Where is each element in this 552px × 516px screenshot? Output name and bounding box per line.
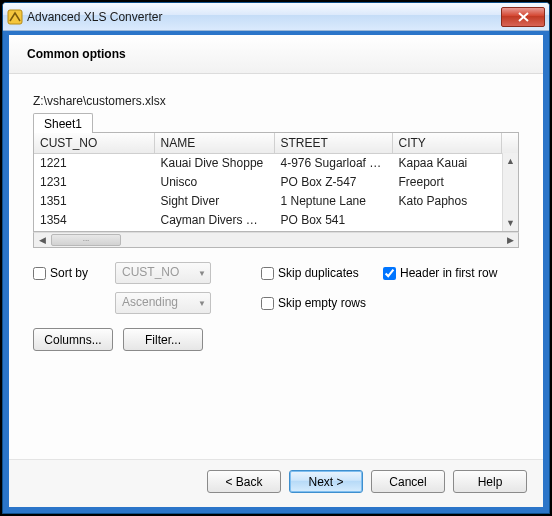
table-row[interactable]: 1351 Sight Diver 1 Neptune Lane Kato Pap… bbox=[34, 192, 518, 211]
column-header[interactable]: CUST_NO bbox=[34, 133, 154, 154]
cell: PO Box Z-547 bbox=[274, 173, 392, 192]
cell: Unisco bbox=[154, 173, 274, 192]
cell: Cayman Divers Worl... bbox=[154, 211, 274, 230]
cell: 1221 bbox=[34, 154, 154, 173]
cell: Kato Paphos bbox=[392, 192, 502, 211]
skip-duplicates-checkbox[interactable]: Skip duplicates bbox=[261, 266, 373, 280]
scroll-down-icon[interactable]: ▼ bbox=[504, 215, 518, 231]
sort-by-checkbox[interactable]: Sort by bbox=[33, 266, 105, 280]
cell: Kapaa Kauai bbox=[392, 154, 502, 173]
cell: 1354 bbox=[34, 211, 154, 230]
dialog-button-bar: < Back Next > Cancel Help bbox=[9, 459, 543, 507]
filter-button[interactable]: Filter... bbox=[123, 328, 203, 351]
cell bbox=[392, 211, 502, 230]
cell: Kauai Dive Shoppe bbox=[154, 154, 274, 173]
cell: 1231 bbox=[34, 173, 154, 192]
sort-by-label: Sort by bbox=[50, 266, 88, 280]
cell: Freeport bbox=[392, 173, 502, 192]
column-header[interactable]: NAME bbox=[154, 133, 274, 154]
columns-button[interactable]: Columns... bbox=[33, 328, 113, 351]
table-row[interactable]: 1231 Unisco PO Box Z-547 Freeport bbox=[34, 173, 518, 192]
sort-order-select: Ascending ▼ bbox=[115, 292, 211, 314]
skip-empty-rows-checkbox[interactable]: Skip empty rows bbox=[261, 296, 366, 310]
cell: Sight Diver bbox=[154, 192, 274, 211]
scroll-right-icon[interactable]: ▶ bbox=[502, 233, 518, 247]
skip-empty-rows-label: Skip empty rows bbox=[278, 296, 366, 310]
horizontal-scrollbar[interactable]: ◀ ··· ▶ bbox=[33, 232, 519, 248]
cancel-button[interactable]: Cancel bbox=[371, 470, 445, 493]
cell: 4-976 Sugarloaf Hwy bbox=[274, 154, 392, 173]
close-button[interactable] bbox=[501, 7, 545, 27]
header-first-row-label: Header in first row bbox=[400, 266, 497, 280]
header-first-row-checkbox[interactable]: Header in first row bbox=[383, 266, 497, 280]
data-grid[interactable]: CUST_NO NAME STREET CITY 1221 Kauai Dive… bbox=[33, 132, 519, 232]
titlebar[interactable]: Advanced XLS Converter bbox=[3, 3, 549, 31]
app-icon bbox=[7, 9, 23, 25]
window-title: Advanced XLS Converter bbox=[27, 10, 501, 24]
chevron-down-icon: ▼ bbox=[198, 269, 206, 278]
table-row[interactable]: 1354 Cayman Divers Worl... PO Box 541 bbox=[34, 211, 518, 230]
sheet-tab[interactable]: Sheet1 bbox=[33, 113, 93, 133]
table-row[interactable]: 1221 Kauai Dive Shoppe 4-976 Sugarloaf H… bbox=[34, 154, 518, 173]
scroll-thumb[interactable]: ··· bbox=[51, 234, 121, 246]
vertical-scrollbar[interactable]: ▲ ▼ bbox=[502, 153, 518, 231]
help-button[interactable]: Help bbox=[453, 470, 527, 493]
cell: PO Box 541 bbox=[274, 211, 392, 230]
cell: 1 Neptune Lane bbox=[274, 192, 392, 211]
chevron-down-icon: ▼ bbox=[198, 299, 206, 308]
scroll-left-icon[interactable]: ◀ bbox=[34, 233, 50, 247]
cell: 1351 bbox=[34, 192, 154, 211]
column-header[interactable]: CITY bbox=[392, 133, 502, 154]
column-header[interactable]: STREET bbox=[274, 133, 392, 154]
back-button[interactable]: < Back bbox=[207, 470, 281, 493]
table-header-row: CUST_NO NAME STREET CITY bbox=[34, 133, 518, 154]
page-heading: Common options bbox=[9, 35, 543, 74]
scroll-up-icon[interactable]: ▲ bbox=[504, 153, 518, 169]
next-button[interactable]: Next > bbox=[289, 470, 363, 493]
sort-field-select: CUST_NO ▼ bbox=[115, 262, 211, 284]
file-path: Z:\vshare\customers.xlsx bbox=[33, 94, 519, 108]
skip-duplicates-label: Skip duplicates bbox=[278, 266, 359, 280]
